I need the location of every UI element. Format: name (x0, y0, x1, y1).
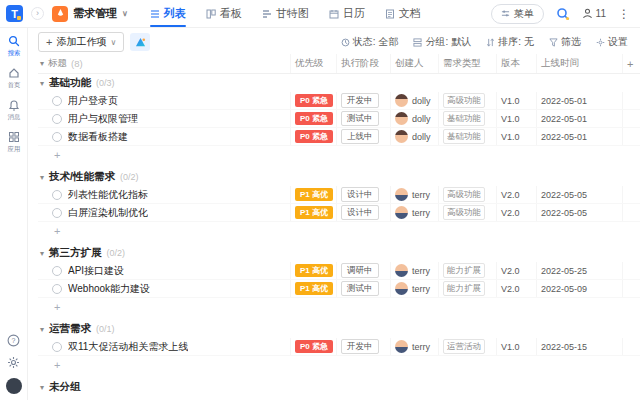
priority-cell[interactable]: P0 紧急 (290, 92, 336, 109)
task-title[interactable]: Webhook能力建设 (68, 282, 150, 296)
type-cell[interactable]: 高级功能 (438, 92, 496, 109)
date-cell[interactable]: 2022-05-05 (536, 204, 622, 221)
stage-cell[interactable]: 开发中 (336, 338, 390, 355)
priority-cell[interactable]: P0 紧急 (290, 128, 336, 145)
group-header[interactable]: ▾ 运营需求 (0/1) (38, 320, 640, 338)
table-row[interactable]: API接口建设 P1 高优 调研中 terry 能力扩展 V2.0 2022-0… (38, 262, 640, 280)
task-title[interactable]: 列表性能优化指标 (68, 188, 148, 202)
type-cell[interactable]: 运营活动 (438, 338, 496, 355)
priority-cell[interactable]: P0 紧急 (290, 338, 336, 355)
filter-group[interactable]: 分组: 默认 (413, 35, 471, 49)
task-title[interactable]: 双11大促活动相关需求上线 (68, 340, 188, 354)
filter-settings[interactable]: 设置 (596, 35, 628, 49)
filter-funnel[interactable]: 筛选 (549, 35, 581, 49)
add-row-button[interactable]: + (38, 146, 640, 164)
gear-icon[interactable] (7, 356, 20, 369)
add-row-button[interactable]: + (38, 356, 640, 374)
tab-list[interactable]: 列表 (150, 0, 186, 27)
date-cell[interactable]: 2022-05-09 (536, 280, 622, 297)
task-checkbox[interactable] (52, 342, 62, 352)
version-cell[interactable]: V1.0 (496, 128, 536, 145)
stage-cell[interactable]: 设计中 (336, 204, 390, 221)
type-cell[interactable]: 基础功能 (438, 128, 496, 145)
rail-item-messages[interactable]: 消息 (2, 99, 26, 122)
type-cell[interactable]: 基础功能 (438, 110, 496, 127)
date-cell[interactable]: 2022-05-05 (536, 186, 622, 203)
help-icon[interactable]: ? (7, 334, 20, 347)
group-header[interactable]: ▾ 第三方扩展 (0/2) (38, 244, 640, 262)
date-cell[interactable]: 2022-05-01 (536, 92, 622, 109)
task-checkbox[interactable] (52, 190, 62, 200)
date-cell[interactable]: 2022-05-15 (536, 338, 622, 355)
table-row[interactable]: 用户登录页 P0 紧急 开发中 dolly 高级功能 V1.0 2022-05-… (38, 92, 640, 110)
priority-cell[interactable]: P1 高优 (290, 186, 336, 203)
add-row-button[interactable]: + (38, 222, 640, 240)
table-row[interactable]: 用户与权限管理 P0 紧急 测试中 dolly 基础功能 V1.0 2022-0… (38, 110, 640, 128)
search-icon[interactable] (556, 7, 570, 21)
tab-docs[interactable]: 文档 (385, 0, 421, 27)
stage-cell[interactable]: 开发中 (336, 92, 390, 109)
version-cell[interactable]: V2.0 (496, 186, 536, 203)
user-avatar[interactable] (6, 378, 22, 394)
creator-cell[interactable]: terry (390, 338, 438, 355)
version-cell[interactable]: V2.0 (496, 262, 536, 279)
task-title[interactable]: 用户与权限管理 (68, 112, 138, 126)
creator-cell[interactable]: dolly (390, 110, 438, 127)
task-title[interactable]: 白屏渲染机制优化 (68, 206, 148, 220)
task-checkbox[interactable] (52, 284, 62, 294)
filter-sort[interactable]: 排序: 无 (486, 35, 534, 49)
version-cell[interactable]: V1.0 (496, 92, 536, 109)
creator-cell[interactable]: dolly (390, 128, 438, 145)
app-logo-icon[interactable]: T (6, 5, 23, 22)
date-cell[interactable]: 2022-05-01 (536, 128, 622, 145)
type-cell[interactable]: 高级功能 (438, 186, 496, 203)
table-row[interactable]: 数据看板搭建 P0 紧急 上线中 dolly 基础功能 V1.0 2022-05… (38, 128, 640, 146)
task-title[interactable]: 数据看板搭建 (68, 130, 128, 144)
stage-cell[interactable]: 设计中 (336, 186, 390, 203)
version-cell[interactable]: V2.0 (496, 280, 536, 297)
task-checkbox[interactable] (52, 208, 62, 218)
rail-item-search[interactable]: 搜索 (2, 35, 26, 58)
task-checkbox[interactable] (52, 266, 62, 276)
caret-down-icon[interactable]: ▾ (40, 59, 44, 68)
priority-cell[interactable]: P0 紧急 (290, 110, 336, 127)
date-cell[interactable]: 2022-05-01 (536, 110, 622, 127)
stage-cell[interactable]: 调研中 (336, 262, 390, 279)
collapse-sidebar-button[interactable]: › (31, 7, 44, 20)
creator-cell[interactable]: terry (390, 204, 438, 221)
creator-cell[interactable]: terry (390, 186, 438, 203)
add-column-button[interactable]: + (622, 54, 640, 73)
type-cell[interactable]: 能力扩展 (438, 262, 496, 279)
members-button[interactable]: 11 (582, 8, 606, 19)
task-title[interactable]: 用户登录页 (68, 94, 118, 108)
priority-cell[interactable]: P1 高优 (290, 262, 336, 279)
type-cell[interactable]: 高级功能 (438, 204, 496, 221)
stage-cell[interactable]: 上线中 (336, 128, 390, 145)
priority-cell[interactable]: P1 高优 (290, 204, 336, 221)
task-checkbox[interactable] (52, 96, 62, 106)
stage-cell[interactable]: 测试中 (336, 110, 390, 127)
table-row[interactable]: 列表性能优化指标 P1 高优 设计中 terry 高级功能 V2.0 2022-… (38, 186, 640, 204)
tab-calendar[interactable]: 日历 (329, 0, 365, 27)
priority-cell[interactable]: P1 高优 (290, 280, 336, 297)
date-cell[interactable]: 2022-05-25 (536, 262, 622, 279)
stage-cell[interactable]: 测试中 (336, 280, 390, 297)
tab-gantt[interactable]: 甘特图 (262, 0, 309, 27)
menu-button[interactable]: 菜单 (491, 4, 544, 24)
task-checkbox[interactable] (52, 132, 62, 142)
creator-cell[interactable]: dolly (390, 92, 438, 109)
project-switcher[interactable]: 需求管理 ∨ (52, 6, 128, 22)
tab-board[interactable]: 看板 (206, 0, 242, 27)
version-cell[interactable]: V1.0 (496, 338, 536, 355)
version-cell[interactable]: V1.0 (496, 110, 536, 127)
group-header[interactable]: ▾ 基础功能 (0/3) (38, 74, 640, 92)
creator-cell[interactable]: terry (390, 262, 438, 279)
task-title[interactable]: API接口建设 (68, 264, 124, 278)
filter-status[interactable]: 状态: 全部 (341, 35, 399, 49)
group-header[interactable]: ▾ 未分组 (38, 378, 640, 396)
rail-item-home[interactable]: 首页 (2, 67, 26, 90)
add-work-item-button[interactable]: + 添加工作项 ∨ (38, 32, 124, 52)
type-cell[interactable]: 能力扩展 (438, 280, 496, 297)
task-checkbox[interactable] (52, 114, 62, 124)
rail-item-apps[interactable]: 应用 (2, 131, 26, 154)
